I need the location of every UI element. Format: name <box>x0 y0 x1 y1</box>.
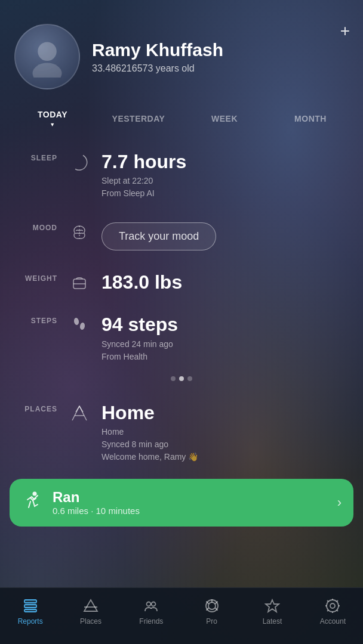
svg-line-23 <box>337 600 338 602</box>
steps-label: STEPS <box>14 314 57 325</box>
nav-friends[interactable]: Friends <box>121 595 182 628</box>
nav-pro-label: Pro <box>206 617 217 626</box>
run-icon <box>21 490 43 515</box>
user-info: Ramy Khuffash 33.486216573 years old <box>92 39 349 74</box>
mood-icon <box>67 221 92 242</box>
nav-places[interactable]: Places <box>60 595 121 628</box>
add-button[interactable]: + <box>340 23 350 39</box>
track-mood-button[interactable]: Track your mood <box>101 222 216 250</box>
svg-line-27 <box>327 610 328 611</box>
places-row: PLACES Home Home Synced 8 min ago Welcom… <box>0 388 363 474</box>
nav-friends-label: Friends <box>139 617 163 626</box>
svg-point-1 <box>33 63 62 78</box>
places-sub: Home Synced 8 min ago Welcome home, Ramy… <box>101 426 349 463</box>
activity-detail: 0.6 miles · 10 minutes <box>53 506 328 516</box>
nav-latest-label: Latest <box>263 617 282 626</box>
svg-point-16 <box>152 602 156 606</box>
sleep-icon <box>67 151 92 172</box>
svg-line-25 <box>337 610 338 611</box>
nav-latest-icon <box>264 597 281 614</box>
places-label: PLACES <box>14 402 57 413</box>
user-name: Ramy Khuffash <box>92 39 349 61</box>
svg-point-4 <box>73 318 79 326</box>
svg-point-0 <box>38 42 57 61</box>
activity-chevron-icon: › <box>337 495 342 510</box>
weight-icon <box>67 272 92 292</box>
sleep-data: 7.7 hours Slept at 22:20 From Sleep AI <box>101 151 349 200</box>
avatar <box>14 24 80 89</box>
nav-reports[interactable]: Reports <box>0 595 60 628</box>
user-age: 33.486216573 years old <box>92 63 349 74</box>
places-value: Home <box>101 402 349 423</box>
svg-rect-10 <box>24 600 36 603</box>
svg-rect-11 <box>24 605 36 608</box>
nav-account-label: Account <box>320 617 346 626</box>
weight-label: WEIGHT <box>14 272 57 283</box>
steps-icon <box>67 314 92 335</box>
tab-week[interactable]: WEEK <box>182 108 267 127</box>
page-indicator <box>0 374 363 388</box>
tab-yesterday[interactable]: YESTERDAY <box>96 108 182 127</box>
dot-2 <box>179 376 184 381</box>
sleep-label: SLEEP <box>14 151 57 162</box>
svg-point-15 <box>147 602 151 606</box>
nav-pro-icon <box>204 597 220 614</box>
svg-line-29 <box>327 600 328 602</box>
tab-today[interactable]: TODAY <box>10 104 96 131</box>
main-content: SLEEP 7.7 hours Slept at 22:20 From Slee… <box>0 131 363 587</box>
nav-pro[interactable]: Pro <box>182 595 242 628</box>
mood-row: MOOD Track your mood <box>0 210 363 261</box>
bottom-nav: Reports Places Friends <box>0 587 363 644</box>
sleep-row: SLEEP 7.7 hours Slept at 22:20 From Slee… <box>0 141 363 210</box>
steps-sub: Synced 24 min ago From Health <box>101 338 349 363</box>
activity-info: Ran 0.6 miles · 10 minutes <box>53 489 328 516</box>
nav-account[interactable]: Account <box>303 595 363 628</box>
nav-latest[interactable]: Latest <box>242 595 302 628</box>
header: Ramy Khuffash 33.486216573 years old + <box>0 0 363 99</box>
svg-point-18 <box>208 602 216 609</box>
steps-row: STEPS 94 steps Synced 24 min ago From He… <box>0 304 363 373</box>
weight-value: 183.0 lbs <box>101 272 349 293</box>
svg-rect-12 <box>24 609 36 612</box>
weight-row: WEIGHT 183.0 lbs <box>0 261 363 304</box>
dot-1 <box>171 376 176 381</box>
weight-data: 183.0 lbs <box>101 272 349 293</box>
svg-marker-13 <box>84 600 97 611</box>
places-data: Home Home Synced 8 min ago Welcome home,… <box>101 402 349 463</box>
svg-point-9 <box>33 492 37 496</box>
svg-marker-19 <box>266 600 279 612</box>
nav-places-label: Places <box>80 617 101 626</box>
activity-banner[interactable]: Ran 0.6 miles · 10 minutes › <box>10 479 353 527</box>
dot-3 <box>187 376 192 381</box>
nav-places-icon <box>82 597 99 614</box>
sleep-value: 7.7 hours <box>101 151 349 172</box>
steps-value: 94 steps <box>101 314 349 335</box>
svg-point-5 <box>79 323 85 330</box>
nav-account-icon <box>324 597 341 614</box>
activity-name: Ran <box>53 489 328 506</box>
mood-label: MOOD <box>14 221 57 232</box>
sleep-sub: Slept at 22:20 From Sleep AI <box>101 175 349 200</box>
places-icon <box>67 402 92 423</box>
nav-friends-icon <box>143 597 159 614</box>
nav-reports-label: Reports <box>18 617 43 626</box>
time-tabs: TODAY YESTERDAY WEEK MONTH <box>0 99 363 131</box>
tab-month[interactable]: MONTH <box>267 108 353 127</box>
svg-point-20 <box>330 603 335 608</box>
reports-icon <box>22 597 39 614</box>
mood-data: Track your mood <box>101 221 349 250</box>
steps-data: 94 steps Synced 24 min ago From Health <box>101 314 349 363</box>
